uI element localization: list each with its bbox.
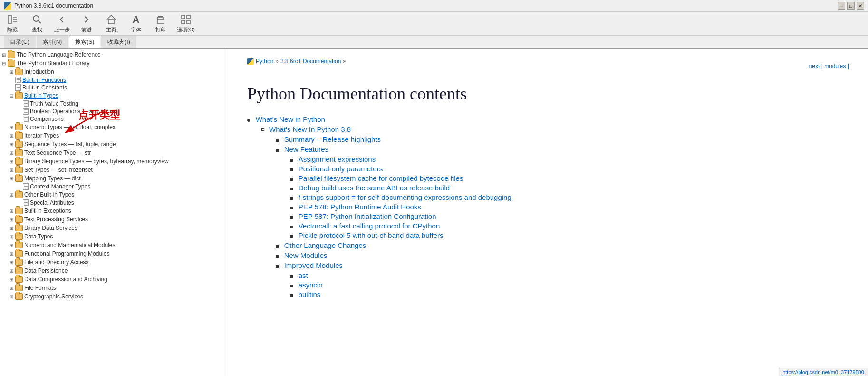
toolbar-home[interactable]: 主页: [103, 14, 120, 33]
toc-item-ast: ast: [247, 271, 849, 279]
tree-item-functional[interactable]: ⊞ Functional Programming Modules: [0, 249, 228, 258]
bullet-new-features: [276, 149, 279, 152]
title-bar: Python 3.8.6rc1 documentation ─ □ ✕: [0, 0, 868, 12]
tree-item-std-lib[interactable]: ⊟ The Python Standard Library: [0, 59, 228, 68]
toolbar-forward[interactable]: 前进: [78, 14, 95, 33]
tree-item-data-persist[interactable]: ⊞ Data Persistence: [0, 267, 228, 275]
tree-item-text-seq[interactable]: ⊞ Text Sequence Type — str: [0, 148, 228, 157]
tree-item-data-types[interactable]: ⊞ Data Types: [0, 232, 228, 241]
tree-item-context-mgr[interactable]: Context Manager Types: [0, 183, 228, 190]
link-summary[interactable]: Summary – Release highlights: [284, 135, 381, 143]
expander-numeric-types[interactable]: ⊞: [8, 123, 15, 131]
expander-set-types[interactable]: ⊞: [8, 166, 15, 174]
folder-icon-lang-ref: [8, 51, 15, 58]
nav-modules[interactable]: modules: [824, 63, 846, 69]
toolbar-back[interactable]: 上一步: [53, 14, 70, 33]
tree-item-numeric-types[interactable]: ⊞ Numeric Types — int, float, complex: [0, 123, 228, 131]
toolbar-font[interactable]: A 字体: [127, 14, 145, 33]
tree-item-builtins-fn[interactable]: Built-in Functions: [0, 76, 228, 84]
tree-item-binary-seq[interactable]: ⊞ Binary Sequence Types — bytes, bytearr…: [0, 157, 228, 166]
tree-item-mapping-types[interactable]: ⊞ Mapping Types — dict: [0, 174, 228, 183]
tab-index[interactable]: 索引(N): [37, 36, 68, 48]
tree-item-intro[interactable]: ⊞ Introduction: [0, 68, 228, 76]
link-pickle5[interactable]: Pickle protocol 5 with out-of-band data …: [299, 231, 444, 239]
link-new-modules[interactable]: New Modules: [284, 251, 328, 259]
breadcrumb-python-link[interactable]: Python: [256, 58, 273, 65]
tree-item-special-attrs[interactable]: Special Attributes: [0, 199, 228, 207]
tree-item-file-formats[interactable]: ⊞ File Formats: [0, 284, 228, 292]
toolbar-print[interactable]: 打印: [152, 14, 169, 33]
expander-mapping-types[interactable]: ⊞: [8, 175, 15, 182]
expander-intro[interactable]: ⊞: [8, 68, 15, 76]
tab-search[interactable]: 搜索(S): [69, 36, 100, 48]
tree-item-builtins-types[interactable]: ⊟ Built-in Types: [0, 91, 228, 100]
link-pep587[interactable]: PEP 587: Python Initialization Configura…: [299, 212, 436, 220]
tab-favorites[interactable]: 收藏夹(I): [101, 36, 136, 48]
tree-item-binary-data[interactable]: ⊞ Binary Data Services: [0, 224, 228, 232]
link-builtins[interactable]: builtins: [299, 290, 321, 298]
link-pos-only[interactable]: Positional-only parameters: [299, 165, 383, 173]
minimize-button[interactable]: ─: [838, 2, 845, 10]
toolbar-hide[interactable]: 隐藏: [4, 14, 21, 33]
link-vectorcall[interactable]: Vectorcall: a fast calling protocol for …: [299, 222, 440, 230]
link-other-lang[interactable]: Other Language Changes: [284, 241, 366, 249]
expander-builtins-types[interactable]: ⊟: [8, 92, 15, 99]
toc-sublist-38: Summary – Release highlights New Feature…: [247, 135, 849, 298]
link-improved-modules[interactable]: Improved Modules: [284, 261, 343, 269]
link-debug-build[interactable]: Debug build uses the same ABI as release…: [299, 184, 450, 192]
tree-item-builtin-exc[interactable]: ⊞ Built-in Exceptions: [0, 207, 228, 215]
tree-item-data-compress[interactable]: ⊞ Data Compression and Archiving: [0, 275, 228, 284]
tree-item-crypto[interactable]: ⊞ Cryptographic Services: [0, 292, 228, 301]
link-new-features[interactable]: New Features: [284, 145, 328, 153]
link-parallel-fs[interactable]: Parallel filesystem cache for compiled b…: [299, 174, 463, 182]
tree-item-numeric-math[interactable]: ⊞ Numeric and Mathematical Modules: [0, 241, 228, 249]
tab-contents[interactable]: 目录(C): [4, 36, 36, 48]
nav-next[interactable]: next: [809, 63, 820, 69]
expander-text-proc[interactable]: ⊞: [8, 216, 15, 223]
bullet-pos-only: [290, 168, 293, 171]
expander-crypto[interactable]: ⊞: [8, 293, 15, 300]
link-ast[interactable]: ast: [299, 271, 308, 279]
tree-item-seq-types[interactable]: ⊞ Sequence Types — list, tuple, range: [0, 140, 228, 148]
link-asyncio[interactable]: asyncio: [299, 281, 323, 289]
expander-data-types[interactable]: ⊞: [8, 233, 15, 240]
expander-file-dir[interactable]: ⊞: [8, 258, 15, 266]
expander-text-seq[interactable]: ⊞: [8, 149, 15, 157]
link-fstrings[interactable]: f-strings support = for self-documenting…: [299, 193, 511, 201]
expander-data-persist[interactable]: ⊞: [8, 267, 15, 275]
expander-numeric-math[interactable]: ⊞: [8, 241, 15, 249]
link-whats-new-38[interactable]: What's New In Python 3.8: [269, 125, 351, 133]
tree-item-set-types[interactable]: ⊞ Set Types — set, frozenset: [0, 166, 228, 174]
toolbar-options[interactable]: 选项(O): [177, 14, 195, 33]
expander-data-compress[interactable]: ⊞: [8, 276, 15, 283]
expander-std-lib[interactable]: ⊟: [0, 59, 8, 67]
link-pep578[interactable]: PEP 578: Python Runtime Audit Hooks: [299, 203, 421, 211]
breadcrumb-version-link[interactable]: 3.8.6rc1 Documentation: [280, 58, 341, 65]
close-button[interactable]: ✕: [857, 2, 864, 10]
expander-seq-types[interactable]: ⊞: [8, 140, 15, 148]
toolbar-search[interactable]: 查找: [29, 14, 46, 33]
expander-iterator-types[interactable]: ⊞: [8, 132, 15, 139]
tree-item-builtins-const[interactable]: Built-in Constants: [0, 84, 228, 91]
expander-binary-data[interactable]: ⊞: [8, 224, 15, 232]
expander-builtin-exc[interactable]: ⊞: [8, 207, 15, 215]
maximize-button[interactable]: □: [847, 2, 855, 10]
link-whats-new[interactable]: What's New in Python: [256, 115, 325, 123]
link-assign-expr[interactable]: Assignment expressions: [299, 155, 376, 163]
expander-binary-seq[interactable]: ⊞: [8, 158, 15, 165]
tree-item-bool-ops[interactable]: Boolean Operations — and, or, not: [0, 108, 228, 115]
label-numeric-types: Numeric Types — int, float, complex: [24, 124, 116, 130]
label-data-types: Data Types: [24, 233, 53, 240]
tree-item-truth-value[interactable]: Truth Value Testing: [0, 100, 228, 108]
main-layout: 点开类型 ⊞ The Python Language Reference ⊟: [0, 49, 868, 376]
expander-functional[interactable]: ⊞: [8, 250, 15, 257]
expander-file-formats[interactable]: ⊞: [8, 284, 15, 292]
expander-lang-ref[interactable]: ⊞: [0, 51, 8, 59]
tree-item-lang-ref[interactable]: ⊞ The Python Language Reference: [0, 50, 228, 59]
tree-item-other-builtins[interactable]: ⊞ Other Built-in Types: [0, 190, 228, 199]
tree-item-comparisons[interactable]: Comparisons: [0, 115, 228, 123]
tree-item-iterator-types[interactable]: ⊞ Iterator Types: [0, 131, 228, 140]
tree-item-text-proc[interactable]: ⊞ Text Processing Services: [0, 215, 228, 224]
tree-item-file-dir[interactable]: ⊞ File and Directory Access: [0, 258, 228, 267]
expander-other-builtins[interactable]: ⊞: [8, 191, 15, 198]
